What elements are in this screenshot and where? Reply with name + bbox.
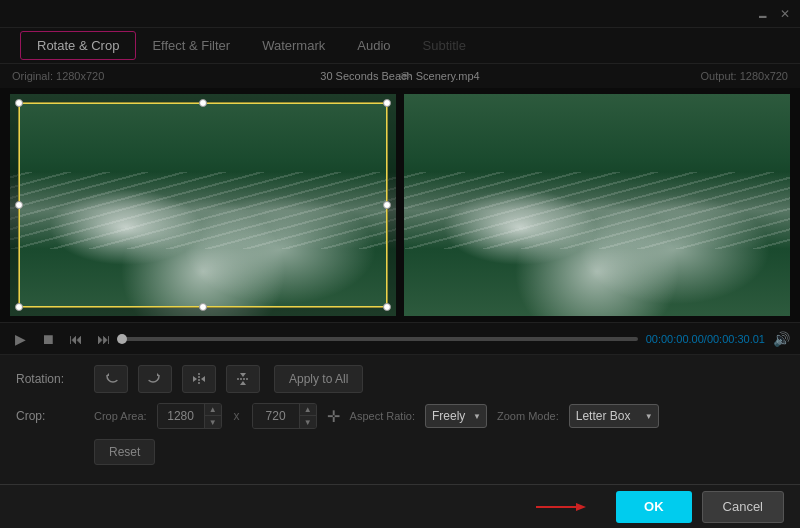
timeline-time: 00:00:00.00/00:00:30.01	[646, 333, 765, 345]
preview-header: Original: 1280x720 👁 30 Seconds Beach Sc…	[0, 64, 800, 88]
apply-all-button[interactable]: Apply to All	[274, 365, 363, 393]
preview-left-image	[10, 94, 396, 316]
reset-button[interactable]: Reset	[94, 439, 155, 465]
flip-vertical-button[interactable]	[226, 365, 260, 393]
preview-content	[0, 88, 800, 322]
crop-width-group: ▲ ▼	[157, 403, 222, 429]
cancel-button[interactable]: Cancel	[702, 491, 784, 523]
output-label: Output: 1280x720	[701, 70, 788, 82]
tab-audio[interactable]: Audio	[341, 32, 406, 59]
tab-effect-filter[interactable]: Effect & Filter	[136, 32, 246, 59]
aspect-ratio-label: Aspect Ratio:	[350, 410, 415, 422]
crop-separator: x	[234, 409, 240, 423]
crop-width-up[interactable]: ▲	[205, 404, 221, 416]
crop-height-up[interactable]: ▲	[300, 404, 316, 416]
aspect-ratio-select[interactable]: Freely 16:9 4:3 1:1 9:16	[425, 404, 487, 428]
time-total: 00:00:30.01	[707, 333, 765, 345]
zoom-mode-select[interactable]: Letter Box Pan & Scan Full	[569, 404, 659, 428]
play-button[interactable]: ▶	[10, 329, 30, 349]
minimize-button[interactable]: 🗕	[756, 7, 770, 21]
next-frame-button[interactable]: ⏭	[94, 329, 114, 349]
preview-left[interactable]	[10, 94, 396, 316]
filename-label: 30 Seconds Beach Scenery.mp4	[320, 70, 479, 82]
ok-button[interactable]: OK	[616, 491, 692, 523]
crop-height-input[interactable]	[253, 404, 299, 428]
reset-row: Reset	[16, 439, 784, 465]
crop-height-group: ▲ ▼	[252, 403, 317, 429]
timeline-progress[interactable]	[122, 337, 638, 341]
preview-right-image	[404, 94, 790, 316]
stop-button[interactable]: ⏹	[38, 329, 58, 349]
time-current: 00:00:00.00	[646, 333, 704, 345]
preview-area: Original: 1280x720 👁 30 Seconds Beach Sc…	[0, 64, 800, 354]
crop-width-input[interactable]	[158, 404, 204, 428]
rotate-left-button[interactable]	[94, 365, 128, 393]
volume-icon[interactable]: 🔊	[773, 331, 790, 347]
crop-row: Crop: Crop Area: ▲ ▼ x ▲ ▼ ✛ Aspect Rati…	[16, 403, 784, 429]
rotation-label: Rotation:	[16, 372, 84, 386]
zoom-mode-label: Zoom Mode:	[497, 410, 559, 422]
aspect-ratio-wrapper: Freely 16:9 4:3 1:1 9:16	[425, 404, 487, 428]
cross-arrows-icon: ✛	[327, 407, 340, 426]
tab-subtitle: Subtitle	[407, 32, 482, 59]
crop-label: Crop:	[16, 409, 84, 423]
rotate-right-button[interactable]	[138, 365, 172, 393]
arrow-indicator	[16, 499, 606, 515]
zoom-mode-wrapper: Letter Box Pan & Scan Full	[569, 404, 659, 428]
prev-frame-button[interactable]: ⏮	[66, 329, 86, 349]
tabs-bar: Rotate & Crop Effect & Filter Watermark …	[0, 28, 800, 64]
timeline-bar: ▶ ⏹ ⏮ ⏭ 00:00:00.00/00:00:30.01 🔊	[0, 322, 800, 354]
preview-right	[404, 94, 790, 316]
rotation-row: Rotation:	[16, 365, 784, 393]
svg-marker-3	[576, 503, 586, 511]
close-button[interactable]: ✕	[778, 7, 792, 21]
controls-panel: Rotation:	[0, 354, 800, 485]
tab-rotate-crop[interactable]: Rotate & Crop	[20, 31, 136, 60]
arrow-icon	[536, 499, 586, 515]
crop-area-label: Crop Area:	[94, 410, 147, 422]
title-bar: 🗕 ✕	[0, 0, 800, 28]
tab-watermark[interactable]: Watermark	[246, 32, 341, 59]
bottom-bar: OK Cancel	[0, 484, 800, 528]
timeline-thumb[interactable]	[117, 334, 127, 344]
original-label: Original: 1280x720	[12, 70, 104, 82]
crop-height-down[interactable]: ▼	[300, 416, 316, 428]
flip-horizontal-button[interactable]	[182, 365, 216, 393]
crop-width-down[interactable]: ▼	[205, 416, 221, 428]
